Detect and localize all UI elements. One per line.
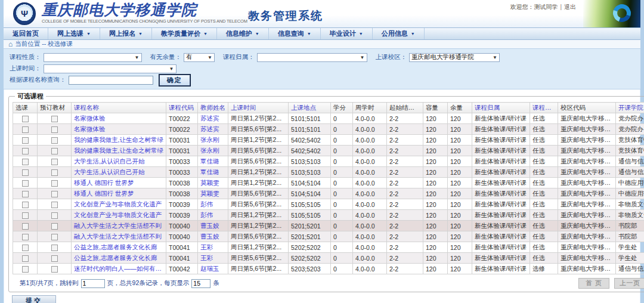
campus-select[interactable]: 重庆邮电大学移通学院▼ <box>409 53 500 62</box>
teacher-name[interactable]: 覃佳璐 <box>198 167 228 178</box>
column-header[interactable]: 上课地点 <box>289 103 331 113</box>
course-name[interactable]: 移通人 德国行 世界梦 <box>72 178 166 188</box>
teacher-name[interactable]: 苏述宾 <box>198 124 228 135</box>
remaining: 120 <box>448 264 472 274</box>
course-name[interactable]: 文化创意产业与非物质文化遗产 <box>72 210 166 221</box>
select-checkbox[interactable] <box>22 116 29 122</box>
nav-item-2[interactable]: 网上报名▼ <box>100 28 152 39</box>
teacher-name[interactable]: 张永刚 <box>198 146 228 156</box>
book-checkbox[interactable] <box>51 234 58 240</box>
nav-item-0[interactable]: 返回首页 <box>4 28 48 39</box>
confirm-button[interactable]: 确定 <box>159 75 190 86</box>
course-category-select[interactable]: ▼ <box>257 53 367 62</box>
book-checkbox[interactable] <box>51 212 58 219</box>
select-checkbox[interactable] <box>22 245 29 251</box>
column-header[interactable]: 课程性质 <box>530 103 558 113</box>
course-name[interactable]: 迷茫时代的明白人——如何有格调地读大学 <box>72 264 166 274</box>
course-name[interactable]: 公益之旅,志愿者服务文化长廊 <box>72 253 166 264</box>
nav-item-5[interactable]: 信息查询▼ <box>269 28 321 39</box>
nav-item-4[interactable]: 信息维护▼ <box>217 28 269 39</box>
book-checkbox[interactable] <box>51 169 58 176</box>
goto-page-input[interactable] <box>81 279 105 288</box>
per-page-input[interactable] <box>191 279 210 288</box>
teacher-name[interactable]: 张永刚 <box>198 135 228 146</box>
teacher-name[interactable]: 曹玉姣 <box>198 221 228 231</box>
book-checkbox[interactable] <box>51 202 58 208</box>
book-checkbox[interactable] <box>51 126 58 133</box>
course-name[interactable]: 文化创意产业与非物质文化遗产 <box>72 199 166 210</box>
course-name[interactable]: 大学生活,从认识自己开始 <box>72 167 166 178</box>
book-checkbox-cell <box>38 146 72 156</box>
prev-page-button[interactable]: 上一页 <box>614 278 644 289</box>
book-checkbox[interactable] <box>51 223 58 230</box>
course-name[interactable]: 名家微体验 <box>72 113 166 124</box>
select-checkbox[interactable] <box>22 202 29 208</box>
column-header[interactable]: 课程名称 <box>72 103 166 113</box>
book-checkbox[interactable] <box>51 137 58 144</box>
weekly-hours: 4.0-0.0 <box>353 253 387 264</box>
teacher-name[interactable]: 彭伟 <box>198 199 228 210</box>
column-header[interactable]: 教师姓名 <box>198 103 228 113</box>
book-checkbox[interactable] <box>51 148 58 154</box>
select-checkbox[interactable] <box>22 180 29 187</box>
book-checkbox[interactable] <box>51 191 58 197</box>
select-checkbox[interactable] <box>22 266 29 273</box>
nav-item-1[interactable]: 网上选课▼ <box>48 28 100 39</box>
book-checkbox[interactable] <box>51 159 58 165</box>
select-checkbox[interactable] <box>22 169 29 176</box>
select-checkbox[interactable] <box>22 255 29 262</box>
column-header[interactable]: 开课学院 <box>616 103 644 113</box>
submit-button[interactable]: 提交 <box>12 295 56 303</box>
nav-item-3[interactable]: 教学质量评价▼ <box>152 28 217 39</box>
teacher-name[interactable]: 赵瑞玉 <box>198 264 228 274</box>
select-checkbox[interactable] <box>22 191 29 197</box>
column-header: 余量 <box>448 103 472 113</box>
availability-select[interactable]: 有▼ <box>184 53 215 62</box>
teacher-name[interactable]: 彭伟 <box>198 210 228 221</box>
teacher-name[interactable]: 王彩 <box>198 242 228 253</box>
course-name[interactable]: 公益之旅,志愿者服务文化长廊 <box>72 242 166 253</box>
column-header[interactable]: 课程代码 <box>166 103 198 113</box>
first-page-button[interactable]: 首 页 <box>578 278 609 289</box>
class-location: 5201;5201 <box>289 231 331 242</box>
select-checkbox[interactable] <box>22 126 29 133</box>
nav-item-6[interactable]: 毕业设计▼ <box>321 28 373 39</box>
name-query-input[interactable] <box>69 76 153 85</box>
course-name[interactable]: 我的健康我做主,让生命之树常绿 <box>72 146 166 156</box>
course-name[interactable]: 融入大学生活之大学生活想不到 <box>72 231 166 242</box>
course-name[interactable]: 大学生活,从认识自己开始 <box>72 156 166 167</box>
teacher-name[interactable]: 莫颖雯 <box>198 178 228 188</box>
teacher-name[interactable]: 莫颖雯 <box>198 188 228 199</box>
select-checkbox[interactable] <box>22 223 29 230</box>
course-name[interactable]: 名家微体验 <box>72 124 166 135</box>
teacher-name[interactable]: 苏述宾 <box>198 113 228 124</box>
teacher-name[interactable]: 曹玉姣 <box>198 231 228 242</box>
book-checkbox[interactable] <box>51 180 58 187</box>
select-checkbox[interactable] <box>22 234 29 240</box>
select-checkbox-cell <box>13 264 38 274</box>
select-checkbox[interactable] <box>22 212 29 219</box>
book-checkbox[interactable] <box>51 116 58 122</box>
campus-code: 重庆邮电大学移通学院 <box>558 124 616 135</box>
book-checkbox[interactable] <box>51 266 58 273</box>
remaining: 120 <box>448 253 472 264</box>
nav-item-7[interactable]: 公用信息▼ <box>373 28 425 39</box>
course-nature-select[interactable]: ▼ <box>44 53 142 62</box>
course-name[interactable]: 我的健康我做主,让生命之树常绿 <box>72 135 166 146</box>
teacher-name[interactable]: 王彩 <box>198 253 228 264</box>
course-name[interactable]: 移通人 德国行 世界梦 <box>72 188 166 199</box>
class-time-select[interactable]: ▼ <box>44 64 177 73</box>
page-indicator: 第1页/共7页，跳转到 <box>20 279 79 287</box>
teacher-name[interactable]: 覃佳璐 <box>198 156 228 167</box>
nav-item-label: 毕业设计 <box>330 29 356 38</box>
column-header[interactable]: 课程归属 <box>472 103 530 113</box>
column-header[interactable]: 上课时间 <box>228 103 289 113</box>
course-name[interactable]: 融入大学生活之大学生活想不到 <box>72 221 166 231</box>
book-checkbox[interactable] <box>51 255 58 262</box>
select-checkbox[interactable] <box>22 137 29 144</box>
book-checkbox[interactable] <box>51 245 58 251</box>
logout-link[interactable]: 退出 <box>564 4 576 10</box>
select-checkbox[interactable] <box>22 148 29 154</box>
course-nature: 任选 <box>530 188 558 199</box>
select-checkbox[interactable] <box>22 159 29 165</box>
